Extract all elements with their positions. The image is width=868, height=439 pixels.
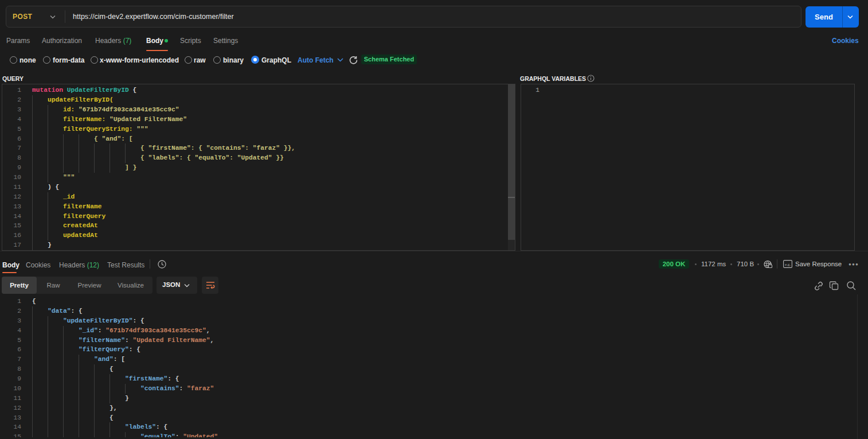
svg-text:e.g.: e.g. bbox=[785, 262, 791, 267]
